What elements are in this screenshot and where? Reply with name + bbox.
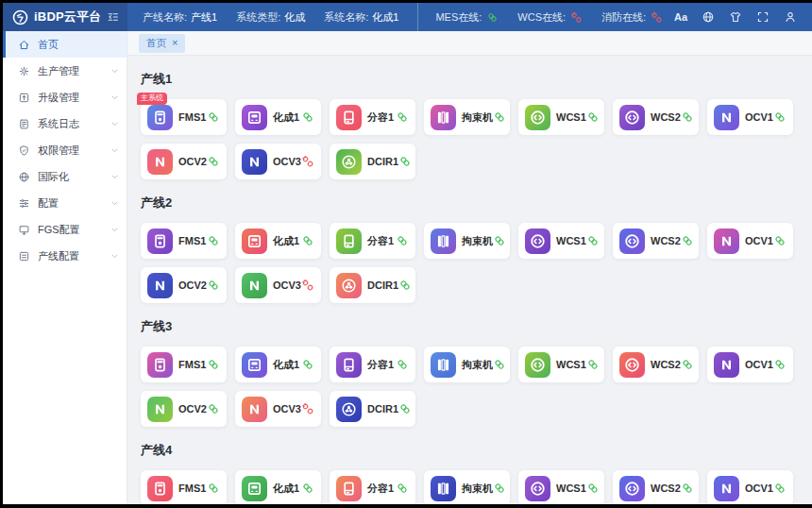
link-online-icon[interactable]: [773, 234, 787, 247]
system-card-化成1[interactable]: 化成1: [235, 99, 321, 135]
link-online-icon[interactable]: [681, 234, 694, 247]
theme-shirt-icon[interactable]: [729, 10, 742, 24]
link-online-icon[interactable]: [396, 482, 409, 495]
sidebar-item-line-config[interactable]: 产线配置: [3, 243, 127, 269]
collapse-menu-icon[interactable]: [107, 10, 120, 24]
grading-machine-icon: [336, 476, 362, 501]
system-card-ocv1[interactable]: OCV1: [707, 470, 793, 504]
system-card-wcs1[interactable]: WCS1: [518, 470, 604, 504]
system-card-拘束机[interactable]: 拘束机: [424, 347, 510, 382]
link-online-icon[interactable]: [398, 402, 412, 415]
sidebar-item-permissions[interactable]: 权限管理: [3, 137, 127, 163]
system-card-ocv3[interactable]: OCV3: [235, 144, 321, 179]
sidebar-item-production[interactable]: 生产管理: [3, 58, 127, 84]
system-card-分容1[interactable]: 分容1: [330, 223, 415, 259]
system-card-拘束机[interactable]: 拘束机: [424, 223, 510, 259]
link-online-icon[interactable]: [207, 358, 220, 371]
system-card-fms1[interactable]: FMS1: [141, 223, 227, 259]
system-card-dcir1[interactable]: DCIR1: [330, 144, 415, 179]
link-online-icon[interactable]: [493, 110, 506, 124]
link-online-icon[interactable]: [773, 358, 787, 371]
system-card-wcs2[interactable]: WCS2: [613, 470, 699, 504]
link-online-icon[interactable]: [301, 358, 314, 371]
link-online-icon[interactable]: [681, 110, 694, 124]
system-card-wcs1[interactable]: WCS1: [518, 347, 604, 382]
fms-machine-icon: [147, 229, 173, 254]
link-online-icon[interactable]: [586, 110, 600, 124]
system-card-ocv3[interactable]: OCV3: [235, 267, 321, 303]
system-card-ocv1[interactable]: OCV1: [707, 347, 793, 382]
system-card-dcir1[interactable]: DCIR1: [330, 391, 415, 427]
link-online-icon[interactable]: [207, 234, 220, 247]
system-card-ocv2[interactable]: OCV2: [141, 144, 227, 179]
ocv-wave-icon: [714, 352, 739, 378]
system-card-分容1[interactable]: 分容1: [330, 347, 415, 382]
production-line-section: 产线3 FMS1 化成1 分容1 拘束机 WCS1 WCS2 OCV1: [141, 318, 799, 427]
link-online-icon[interactable]: [493, 482, 506, 495]
link-online-icon[interactable]: [586, 482, 600, 495]
link-online-icon[interactable]: [396, 358, 409, 371]
sidebar-item-upgrade[interactable]: 升级管理: [3, 84, 127, 110]
sidebar-item-config[interactable]: 配置: [3, 190, 127, 216]
language-globe-icon[interactable]: [702, 10, 715, 24]
content-scroll-area[interactable]: 产线1 FMS1 主系统 化成1 分容1 拘束机 WCS1 WCS2 OCV1: [127, 56, 812, 504]
system-card-wcs2[interactable]: WCS2: [613, 223, 699, 259]
close-icon[interactable]: ×: [172, 38, 178, 48]
link-online-icon[interactable]: [773, 110, 787, 124]
link-online-icon[interactable]: [586, 358, 600, 371]
system-card-ocv3[interactable]: OCV3: [235, 391, 321, 427]
system-card-fms1[interactable]: FMS1: [141, 470, 227, 504]
link-online-icon[interactable]: [493, 358, 506, 371]
system-card-wcs2[interactable]: WCS2: [613, 99, 699, 135]
system-card-ocv1[interactable]: OCV1: [707, 99, 793, 135]
system-card-fms1[interactable]: FMS1: [141, 347, 227, 382]
link-online-icon[interactable]: [207, 402, 220, 415]
system-card-化成1[interactable]: 化成1: [235, 470, 321, 504]
font-size-icon[interactable]: Aa: [674, 10, 687, 24]
link-online-icon[interactable]: [396, 110, 409, 124]
link-online-icon[interactable]: [398, 279, 412, 292]
system-card-ocv2[interactable]: OCV2: [141, 267, 227, 303]
system-card-wcs2[interactable]: WCS2: [613, 347, 699, 382]
link-online-icon[interactable]: [681, 482, 694, 495]
link-online-icon[interactable]: [301, 482, 314, 495]
system-card-分容1[interactable]: 分容1: [330, 99, 415, 135]
system-card-wcs1[interactable]: WCS1: [518, 99, 604, 135]
link-online-icon[interactable]: [207, 155, 220, 168]
link-online-icon[interactable]: [773, 482, 787, 495]
link-broken-icon[interactable]: [301, 402, 314, 415]
tab-home[interactable]: 首页 ×: [139, 34, 185, 53]
sidebar-menu: 首页 生产管理 升级管理 系统日志 权限管理 国际化 配置 FGS配置: [3, 31, 127, 504]
system-card-ocv2[interactable]: OCV2: [141, 391, 227, 427]
sidebar-item-home[interactable]: 首页: [3, 31, 127, 58]
link-online-icon[interactable]: [207, 110, 220, 124]
link-online-icon[interactable]: [301, 234, 314, 247]
fullscreen-icon[interactable]: [756, 10, 770, 24]
link-online-icon[interactable]: [301, 110, 314, 124]
system-card-拘束机[interactable]: 拘束机: [424, 470, 510, 504]
system-card-化成1[interactable]: 化成1: [235, 223, 321, 259]
link-online-icon[interactable]: [493, 234, 506, 247]
link-broken-icon[interactable]: [301, 279, 314, 292]
system-card-wcs1[interactable]: WCS1: [518, 223, 604, 259]
link-broken-icon[interactable]: [301, 155, 314, 168]
link-online-icon[interactable]: [396, 234, 409, 247]
link-online-icon[interactable]: [398, 155, 412, 168]
user-icon[interactable]: [784, 10, 797, 24]
system-card-分容1[interactable]: 分容1: [330, 470, 415, 504]
system-card-fms1[interactable]: FMS1 主系统: [141, 99, 227, 135]
wcs-code-icon: [619, 229, 645, 254]
system-card-化成1[interactable]: 化成1: [235, 347, 321, 382]
link-online-icon[interactable]: [681, 358, 694, 371]
system-card-拘束机[interactable]: 拘束机: [424, 99, 510, 135]
sidebar-item-fgs-config[interactable]: FGS配置: [3, 216, 127, 243]
sidebar-item-system-logs[interactable]: 系统日志: [3, 110, 127, 137]
link-online-icon[interactable]: [207, 482, 220, 495]
restraint-machine-icon: [431, 476, 456, 501]
sidebar-item-i18n[interactable]: 国际化: [3, 163, 127, 190]
system-card-ocv1[interactable]: OCV1: [707, 223, 793, 259]
link-online-icon[interactable]: [207, 279, 220, 292]
system-card-dcir1[interactable]: DCIR1: [330, 267, 415, 303]
formation-machine-icon: [242, 352, 267, 378]
link-online-icon[interactable]: [586, 234, 600, 247]
